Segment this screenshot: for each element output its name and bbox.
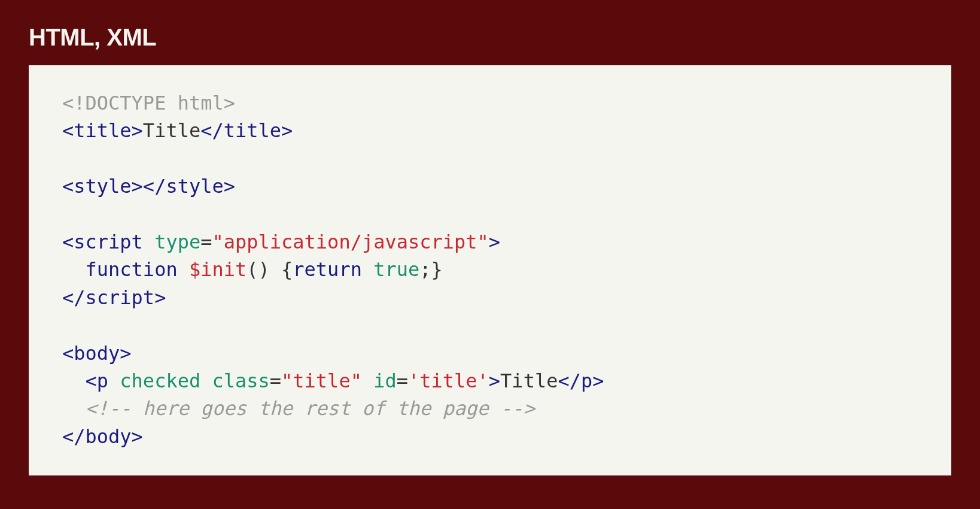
code-token: class <box>212 369 269 392</box>
code-line: <!-- here goes the rest of the page --> <box>62 397 535 420</box>
code-token: $init <box>189 258 246 281</box>
code-token <box>362 258 373 281</box>
code-token: Title <box>143 119 200 142</box>
code-token <box>62 369 86 392</box>
code-token: > <box>489 369 500 392</box>
code-token: type <box>154 231 200 253</box>
code-line: <!DOCTYPE html> <box>62 92 235 114</box>
code-token: </body> <box>62 425 143 448</box>
code-token: <title> <box>62 119 143 142</box>
code-line: </script> <box>62 286 166 309</box>
code-token: = <box>397 369 408 392</box>
code-token: return <box>293 258 362 281</box>
code-token: </style> <box>143 175 235 198</box>
code-line: <style></style> <box>62 175 235 198</box>
code-token: <!-- here goes the rest of the page --> <box>86 397 535 420</box>
code-token: <style> <box>62 175 143 198</box>
code-token <box>62 397 86 420</box>
code-token: ;} <box>419 258 443 281</box>
slide-heading: HTML, XML <box>29 24 951 51</box>
code-token <box>178 258 189 281</box>
code-token <box>200 369 212 392</box>
code-token <box>362 369 373 392</box>
code-panel: <!DOCTYPE html> <title>Title</title> <st… <box>29 65 951 475</box>
code-token: "application/javascript" <box>212 231 488 253</box>
code-line: </body> <box>62 425 143 448</box>
code-line: <script type="application/javascript"> <box>62 231 500 253</box>
code-token: checked <box>120 369 200 392</box>
code-token: Title <box>500 369 558 392</box>
code-token: <!DOCTYPE html> <box>62 92 235 114</box>
code-line: <p checked class="title" id='title'>Titl… <box>62 369 604 392</box>
code-token: </script> <box>62 286 166 309</box>
code-token: 'title' <box>408 369 489 392</box>
code-token: () { <box>246 258 293 281</box>
code-token: id <box>373 369 397 392</box>
code-token: > <box>489 231 500 253</box>
code-token: </p> <box>558 369 604 392</box>
code-token: <p <box>86 369 120 392</box>
code-token: <body> <box>62 342 132 365</box>
code-token: </title> <box>200 119 293 142</box>
code-token: true <box>373 258 419 281</box>
code-line: <body> <box>62 342 132 365</box>
code-token <box>62 258 86 281</box>
code-line: <title>Title</title> <box>62 119 293 142</box>
code-line: function $init() {return true;} <box>62 258 443 281</box>
code-token: "title" <box>281 369 362 392</box>
code-token: function <box>86 258 178 281</box>
code-token: = <box>270 369 281 392</box>
code-token: <script <box>62 231 154 253</box>
code-block: <!DOCTYPE html> <title>Title</title> <st… <box>62 89 918 450</box>
code-token: = <box>200 231 212 253</box>
